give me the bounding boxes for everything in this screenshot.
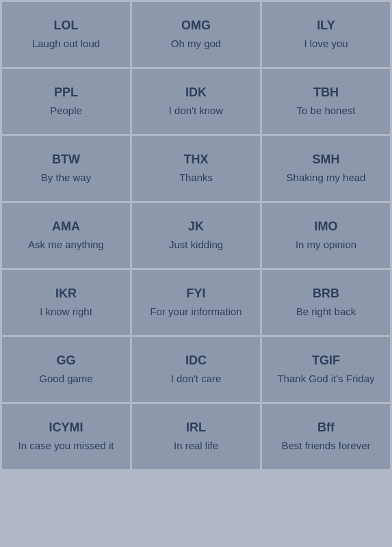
abbr-label: IDK [185, 85, 207, 100]
cell-ama: AMAAsk me anything [2, 203, 130, 268]
abbr-label: BRB [313, 286, 339, 301]
cell-tbh: TBHTo be honest [262, 69, 390, 134]
meaning-label: Laugh out loud [32, 37, 100, 51]
cell-bff: BffBest friends forever [262, 404, 390, 469]
cell-ppl: PPLPeople [2, 69, 130, 134]
cell-lol: LOLLaugh out loud [2, 2, 130, 67]
meaning-label: Best friends forever [281, 439, 370, 453]
meaning-label: Ask me anything [28, 238, 104, 252]
cell-ily: ILYI love you [262, 2, 390, 67]
abbr-label: THX [184, 152, 209, 167]
cell-fyi: FYIFor your information [132, 270, 260, 335]
meaning-label: By the way [41, 171, 91, 185]
cell-idk: IDKI don't know [132, 69, 260, 134]
cell-imo: IMOIn my opinion [262, 203, 390, 268]
meaning-label: I don't know [169, 104, 224, 118]
meaning-label: Good game [39, 372, 92, 386]
abbr-label: FYI [186, 286, 205, 301]
meaning-label: I love you [304, 37, 348, 51]
meaning-label: In my opinion [296, 238, 356, 252]
cell-btw: BTWBy the way [2, 136, 130, 201]
abbr-label: IDC [185, 353, 207, 368]
abbr-label: IMO [315, 219, 338, 234]
meaning-label: I know right [40, 305, 92, 319]
abbr-label: BTW [52, 152, 80, 167]
abbr-label: IRL [186, 421, 206, 435]
abbr-label: PPL [54, 85, 78, 100]
meaning-label: Be right back [296, 305, 356, 319]
abbr-label: OMG [181, 18, 211, 33]
cell-icymi: ICYMIIn case you missed it [2, 404, 130, 469]
meaning-label: Thank God it's Friday [277, 372, 374, 386]
cell-idc: IDCI don't care [132, 337, 260, 402]
abbr-label: SMH [313, 152, 340, 167]
abbr-label: JK [188, 219, 204, 234]
abbr-label: ICYMI [49, 421, 83, 435]
meaning-label: In real life [174, 439, 218, 453]
meaning-label: To be honest [297, 104, 356, 118]
abbr-label: LOL [54, 18, 79, 33]
abbr-label: IKR [55, 286, 77, 301]
meaning-label: Shaking my head [287, 171, 366, 185]
cell-smh: SMHShaking my head [262, 136, 390, 201]
cell-brb: BRBBe right back [262, 270, 390, 335]
meaning-label: Just kidding [169, 238, 223, 252]
meaning-label: Oh my god [171, 37, 221, 51]
abbr-label: Bff [317, 421, 335, 435]
cell-omg: OMGOh my god [132, 2, 260, 67]
meaning-label: Thanks [179, 171, 213, 185]
abbr-label: TBH [313, 85, 339, 100]
meaning-label: For your information [150, 305, 241, 319]
abbr-label: TGIF [312, 353, 340, 368]
abbr-label: AMA [52, 219, 80, 234]
acronym-grid: LOLLaugh out loudOMGOh my godILYI love y… [0, 0, 392, 471]
cell-tgif: TGIFThank God it's Friday [262, 337, 390, 402]
meaning-label: In case you missed it [18, 439, 114, 453]
meaning-label: I don't care [171, 372, 222, 386]
cell-ikr: IKRI know right [2, 270, 130, 335]
cell-irl: IRLIn real life [132, 404, 260, 469]
abbr-label: ILY [317, 18, 335, 33]
cell-thx: THXThanks [132, 136, 260, 201]
cell-jk: JKJust kidding [132, 203, 260, 268]
meaning-label: People [50, 104, 82, 118]
cell-gg: GGGood game [2, 337, 130, 402]
abbr-label: GG [56, 353, 75, 368]
